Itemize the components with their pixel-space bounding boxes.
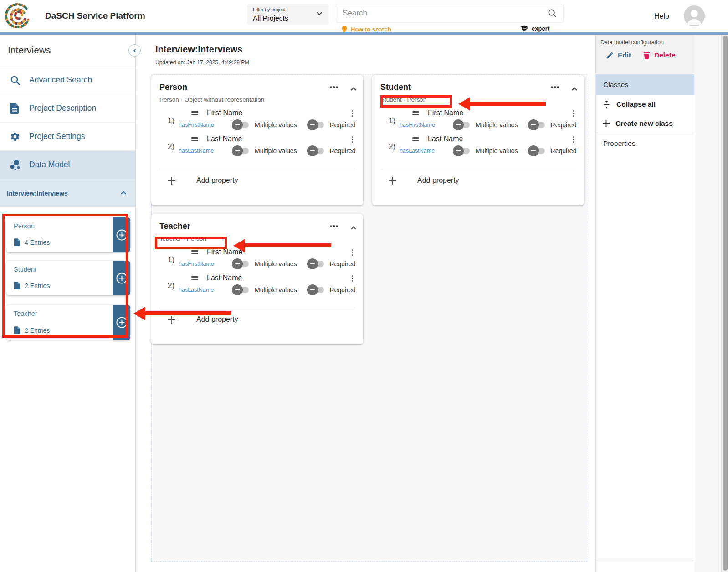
required-toggle[interactable] <box>530 122 545 128</box>
edit-button[interactable]: Edit <box>606 51 631 59</box>
user-avatar[interactable] <box>684 5 705 26</box>
annotation-box-sidebar-classes <box>2 214 128 338</box>
collapse-all-button[interactable]: Collapse all <box>596 95 694 114</box>
property-details: hasFirstName Multiple values Required <box>400 121 576 129</box>
document-icon <box>10 103 21 114</box>
class-card: Person Person · Object without represent… <box>151 75 363 205</box>
sidebar-item-label: Data Model <box>29 160 70 170</box>
sidebar-item-project-description[interactable]: Project Description <box>0 94 135 123</box>
toggle-knob-minus-icon <box>307 284 318 295</box>
card-divider <box>159 169 355 169</box>
property-header: First Name <box>191 109 242 117</box>
multiple-values-toggle[interactable] <box>455 122 470 128</box>
right-gutter <box>694 35 721 572</box>
plus-icon <box>168 177 175 185</box>
required-toggle[interactable] <box>309 261 324 267</box>
collapse-card-button[interactable] <box>573 85 576 93</box>
drag-handle-icon[interactable] <box>191 250 198 254</box>
dasch-logo-icon[interactable] <box>5 2 33 30</box>
toggle-knob-minus-icon <box>232 284 243 295</box>
toggle-label: Required <box>551 147 577 155</box>
multiple-values-toggle-group: Multiple values <box>455 147 518 155</box>
create-new-class-button[interactable]: Create new class <box>596 114 694 133</box>
search-icon[interactable] <box>547 8 557 20</box>
multiple-values-toggle[interactable] <box>234 148 249 154</box>
property-name-link: hasLastName <box>179 287 234 293</box>
multiple-values-toggle[interactable] <box>234 122 249 128</box>
kebab-menu-icon[interactable] <box>352 275 353 282</box>
kebab-menu-icon[interactable] <box>573 110 574 117</box>
sidebar-item-label: Project Settings <box>29 132 85 141</box>
sidebar-item-advanced-search[interactable]: Advanced Search <box>0 66 135 94</box>
multiple-values-toggle[interactable] <box>234 287 249 293</box>
multiple-values-toggle[interactable] <box>234 261 249 267</box>
add-property-button[interactable]: Add property <box>168 315 238 324</box>
drag-handle-icon[interactable] <box>191 276 198 280</box>
collapse-all-label: Collapse all <box>616 100 656 108</box>
required-toggle[interactable] <box>309 122 324 128</box>
sidebar-collapse-button[interactable] <box>128 44 141 57</box>
sidebar-item-data-model[interactable]: Data Model <box>0 151 135 179</box>
more-options-icon[interactable] <box>330 86 338 88</box>
project-filter-select[interactable]: Filter by project All Projects <box>247 4 328 25</box>
kebab-menu-icon[interactable] <box>352 110 353 117</box>
drag-handle-icon[interactable] <box>191 137 198 141</box>
property-row: 2) Last Name hasLastName Multiple values… <box>372 134 584 160</box>
drag-handle-icon[interactable] <box>412 111 419 115</box>
required-toggle-group: Required <box>309 260 356 268</box>
toggle-knob-minus-icon <box>232 145 243 156</box>
sidebar-item-project-settings[interactable]: Project Settings <box>0 123 135 151</box>
property-details: hasLastName Multiple values Required <box>179 286 355 294</box>
required-toggle[interactable] <box>309 287 324 293</box>
property-name-link: hasLastName <box>179 148 234 154</box>
kebab-menu-icon[interactable] <box>352 136 353 143</box>
drag-handle-icon[interactable] <box>191 111 198 115</box>
annotation-box-teacher-subtitle <box>155 237 227 249</box>
collapse-card-button[interactable] <box>352 224 355 232</box>
project-title: Interviews <box>8 45 51 56</box>
scrollbar-thumb[interactable] <box>723 36 728 571</box>
classes-panel: Classes Collapse all Create new class Pr… <box>596 74 694 561</box>
add-property-button[interactable]: Add property <box>168 176 238 185</box>
property-row: 1) First Name hasFirstName Multiple valu… <box>151 247 363 273</box>
class-card-subtitle: Person · Object without representation <box>159 96 264 103</box>
collapse-card-button[interactable] <box>352 85 355 93</box>
chevron-up-icon <box>351 226 356 231</box>
property-row: 1) First Name hasFirstName Multiple valu… <box>372 108 584 134</box>
property-list: 1) First Name hasFirstName Multiple valu… <box>372 108 584 160</box>
toggle-knob-minus-icon <box>307 119 318 130</box>
property-header: First Name <box>412 109 463 117</box>
chevron-up-icon <box>351 87 356 92</box>
trash-icon <box>643 52 650 59</box>
kebab-menu-icon[interactable] <box>573 136 574 143</box>
add-property-button[interactable]: Add property <box>389 176 459 185</box>
property-label: Last Name <box>207 274 242 282</box>
more-options-icon[interactable] <box>551 86 559 88</box>
property-label: Last Name <box>428 135 463 143</box>
toggle-label: Multiple values <box>255 260 297 268</box>
multiple-values-toggle[interactable] <box>455 148 470 154</box>
property-header: Last Name <box>191 135 242 143</box>
toggle-label: Multiple values <box>255 147 297 155</box>
add-property-label: Add property <box>196 176 238 185</box>
toggle-label: Required <box>330 147 356 155</box>
property-number: 1) <box>389 116 395 125</box>
drag-handle-icon[interactable] <box>412 137 419 141</box>
toggle-label: Required <box>330 260 356 268</box>
help-button[interactable]: Help <box>654 12 669 21</box>
required-toggle[interactable] <box>309 148 324 154</box>
property-list: 1) First Name hasFirstName Multiple valu… <box>151 247 363 299</box>
toggle-knob-minus-icon <box>528 119 539 130</box>
expert-mode-indicator[interactable]: expert <box>520 25 549 32</box>
required-toggle[interactable] <box>530 148 545 154</box>
search-input[interactable] <box>343 7 534 20</box>
property-details: hasFirstName Multiple values Required <box>179 121 355 129</box>
header-divider-line <box>0 32 728 35</box>
sidebar-ontology-interview-interviews[interactable]: Interview:Interviews <box>0 179 135 207</box>
kebab-menu-icon[interactable] <box>352 249 353 256</box>
class-card: Teacher Teacher · Person 1) First Name h… <box>151 214 363 344</box>
create-new-class-label: Create new class <box>615 119 673 128</box>
delete-button[interactable]: Delete <box>643 51 676 59</box>
more-options-icon[interactable] <box>330 225 338 227</box>
toggle-label: Required <box>330 121 356 129</box>
